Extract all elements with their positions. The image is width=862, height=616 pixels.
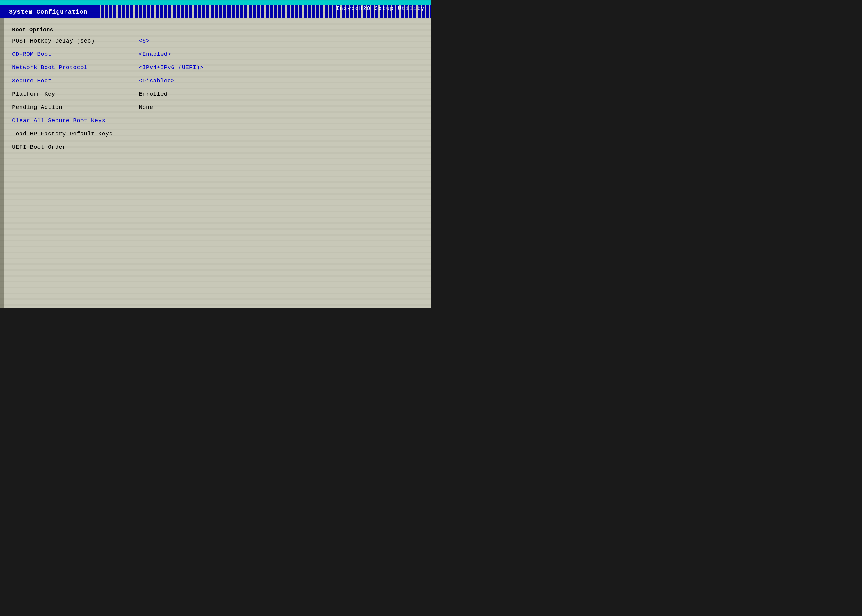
menu-item: Load HP Factory Default Keys [12,127,422,140]
tab-title[interactable]: System Configuration [0,5,96,18]
menu-item[interactable]: Network Boot Protocol<IPv4+IPv6 (UEFI)> [12,61,422,74]
menu-item[interactable]: CD-ROM Boot<Enabled> [12,48,422,61]
content-area: Boot Options POST Hotkey Delay (sec)<5>C… [0,18,431,308]
utility-title: InsydeH2O Setup Utility [336,5,425,11]
menu-item: POST Hotkey Delay (sec)<5> [12,35,422,48]
menu-item-label: Platform Key [12,91,127,97]
left-border [0,18,4,308]
menu-item[interactable]: Secure Boot<Disabled> [12,74,422,88]
top-cyan-bar [0,0,431,5]
menu-item-label: POST Hotkey Delay (sec) [12,38,127,44]
menu-item-label: UEFI Boot Order [12,144,127,151]
bios-screen: InsydeH2O Setup Utility System Configura… [0,0,431,308]
menu-item: UEFI Boot Order [12,140,422,154]
menu-item[interactable]: Clear All Secure Boot Keys [12,114,422,127]
menu-item: Pending ActionNone [12,101,422,114]
menu-item-value: Enrolled [139,91,167,97]
menu-item-value: <5> [139,38,150,44]
menu-item-value: None [139,104,153,111]
menu-item-label: CD-ROM Boot [12,51,127,58]
menu-item-value: <Disabled> [139,77,175,84]
section-header: Boot Options [12,24,422,35]
menu-item-label: Load HP Factory Default Keys [12,130,127,137]
content-inner: Boot Options POST Hotkey Delay (sec)<5>C… [9,24,422,154]
menu-item-label: Pending Action [12,104,127,111]
menu-item-label: Clear All Secure Boot Keys [12,117,127,124]
menu-item-label: Secure Boot [12,77,127,84]
menu-item-label: Network Boot Protocol [12,64,127,71]
menu-item-value: <Enabled> [139,51,171,58]
menu-item-value: <IPv4+IPv6 (UEFI)> [139,64,203,71]
menu-item: Platform KeyEnrolled [12,88,422,101]
menu-items-container: POST Hotkey Delay (sec)<5>CD-ROM Boot<En… [12,35,422,154]
